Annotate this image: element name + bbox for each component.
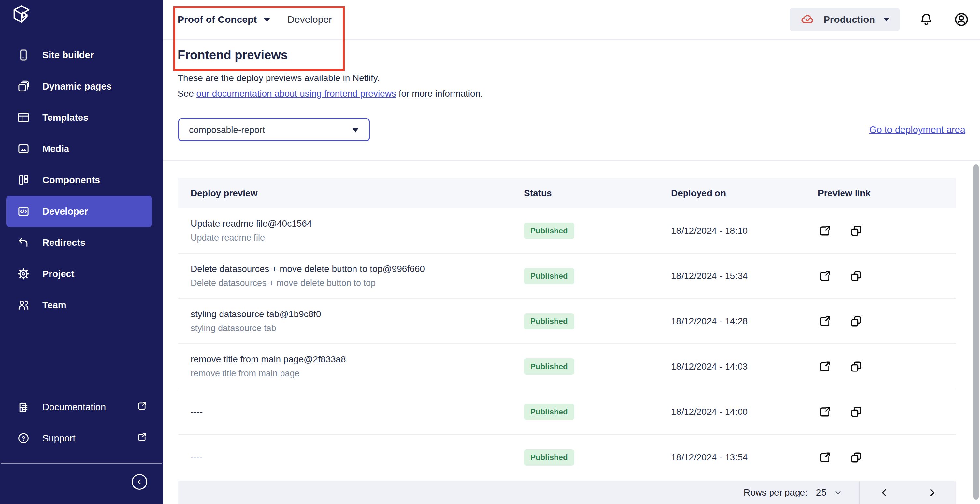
chevron-right-icon xyxy=(927,487,937,498)
external-link-icon xyxy=(818,360,832,374)
deploy-subtitle: Update readme file xyxy=(191,233,524,243)
deploy-preview-cell: Delete datasources + move delete button … xyxy=(178,264,524,288)
external-link-icon xyxy=(818,223,832,238)
sidebar-item-team[interactable]: Team xyxy=(6,290,152,321)
copy-link-button[interactable] xyxy=(849,269,863,283)
sidebar-item-support[interactable]: ? Support xyxy=(6,423,152,454)
templates-icon xyxy=(17,111,30,124)
external-link-icon xyxy=(137,401,148,414)
deploy-preview-cell: ---- xyxy=(178,407,524,417)
sidebar-item-developer[interactable]: Developer xyxy=(6,196,152,227)
app: Site builder Dynamic pages Templates xyxy=(0,0,980,504)
sidebar-item-templates[interactable]: Templates xyxy=(6,102,152,133)
bell-icon xyxy=(919,12,934,27)
deployed-on: 18/12/2024 - 15:34 xyxy=(671,271,818,281)
sidebar-item-redirects[interactable]: Redirects xyxy=(6,227,152,258)
copy-link-button[interactable] xyxy=(849,360,863,374)
sidebar-item-documentation[interactable]: Documentation xyxy=(6,391,152,423)
sidebar-item-site-builder[interactable]: Site builder xyxy=(6,40,152,71)
table-header-row: Deploy preview Status Deployed on Previe… xyxy=(178,178,956,208)
preview-link-cell xyxy=(818,269,956,283)
deploy-previews-table: Deploy preview Status Deployed on Previe… xyxy=(178,178,956,480)
cloud-check-icon xyxy=(800,12,815,27)
vertical-scrollbar-thumb[interactable] xyxy=(974,165,979,500)
open-preview-button[interactable] xyxy=(818,405,832,419)
sidebar-divider xyxy=(1,463,162,464)
status-badge: Published xyxy=(524,313,574,330)
column-header-preview-link: Preview link xyxy=(818,188,956,199)
external-link-icon xyxy=(137,432,148,445)
deploy-subtitle: styling datasource tab xyxy=(191,323,524,333)
deploy-title: ---- xyxy=(191,407,524,417)
top-header: Proof of Concept Developer Production xyxy=(163,0,980,40)
documentation-link[interactable]: our documentation about using frontend p… xyxy=(196,89,396,99)
copy-link-button[interactable] xyxy=(849,314,863,328)
sidebar-item-label: Documentation xyxy=(42,402,106,412)
deploy-title: ---- xyxy=(191,452,524,463)
rows-per-page-label: Rows per page: xyxy=(744,487,808,498)
sidebar-item-label: Templates xyxy=(42,113,88,123)
sidebar-nav: Site builder Dynamic pages Templates xyxy=(0,40,163,321)
copy-link-button[interactable] xyxy=(849,405,863,419)
table-row: styling datasource tab@1b9c8f0 styling d… xyxy=(178,299,956,344)
rows-per-page-value: 25 xyxy=(816,487,826,498)
sidebar-collapse-button[interactable] xyxy=(132,474,147,490)
account-button[interactable] xyxy=(953,11,970,28)
notifications-button[interactable] xyxy=(919,12,934,27)
top-actions: Production xyxy=(790,8,970,31)
deploy-preview-cell: ---- xyxy=(178,452,524,463)
rows-per-page-select[interactable]: 25 xyxy=(816,487,843,498)
breadcrumb-project-label: Proof of Concept xyxy=(178,14,257,25)
previous-page-button[interactable] xyxy=(860,481,908,504)
sidebar-item-dynamic-pages[interactable]: Dynamic pages xyxy=(6,71,152,102)
section-divider xyxy=(163,160,980,161)
table-footer: Rows per page: 25 xyxy=(178,481,956,504)
sidebar-item-project[interactable]: Project xyxy=(6,258,152,290)
go-to-deployment-link[interactable]: Go to deployment area xyxy=(869,124,965,135)
preview-link-cell xyxy=(818,450,956,464)
deploy-title: Update readme file@40c1564 xyxy=(191,219,524,229)
open-preview-button[interactable] xyxy=(818,360,832,374)
team-icon xyxy=(17,298,30,312)
status-badge: Published xyxy=(524,449,574,466)
environment-selector-button[interactable]: Production xyxy=(790,8,900,31)
deploy-title: styling datasource tab@1b9c8f0 xyxy=(191,309,524,319)
chevron-down-icon xyxy=(834,488,843,497)
copy-icon xyxy=(849,405,863,419)
preview-link-cell xyxy=(818,223,956,238)
open-preview-button[interactable] xyxy=(818,223,832,238)
open-preview-button[interactable] xyxy=(818,450,832,464)
components-icon xyxy=(17,174,30,187)
next-page-button[interactable] xyxy=(908,481,956,504)
project-switcher[interactable]: Proof of Concept xyxy=(178,14,270,25)
page-description: These are the deploy previews available … xyxy=(178,70,483,101)
deploy-title: Delete datasources + move delete button … xyxy=(191,264,524,274)
copy-icon xyxy=(849,360,863,374)
copy-icon xyxy=(849,269,863,283)
copy-link-button[interactable] xyxy=(849,450,863,464)
documentation-icon xyxy=(17,401,30,414)
svg-text:?: ? xyxy=(22,435,25,442)
sidebar-item-components[interactable]: Components xyxy=(6,165,152,196)
open-preview-button[interactable] xyxy=(818,314,832,328)
site-select-dropdown[interactable]: composable-report xyxy=(178,118,370,141)
sidebar-item-label: Project xyxy=(42,269,74,279)
sidebar-item-label: Dynamic pages xyxy=(42,81,112,92)
sidebar-item-media[interactable]: Media xyxy=(6,133,152,165)
app-logo-icon xyxy=(12,3,31,26)
external-link-icon xyxy=(818,450,832,464)
rows-per-page: Rows per page: 25 xyxy=(744,487,843,498)
external-link-icon xyxy=(818,314,832,328)
sidebar-item-label: Support xyxy=(42,433,76,444)
copy-link-button[interactable] xyxy=(849,223,863,238)
chevron-down-icon xyxy=(263,17,270,22)
sidebar-item-label: Site builder xyxy=(42,50,94,60)
site-builder-icon xyxy=(17,49,30,62)
copy-icon xyxy=(849,450,863,464)
deployed-on: 18/12/2024 - 14:28 xyxy=(671,316,818,326)
deployed-on: 18/12/2024 - 18:10 xyxy=(671,226,818,236)
dynamic-pages-icon xyxy=(17,80,30,93)
chevron-left-icon xyxy=(135,478,144,486)
table-row: Update readme file@40c1564 Update readme… xyxy=(178,208,956,254)
open-preview-button[interactable] xyxy=(818,269,832,283)
